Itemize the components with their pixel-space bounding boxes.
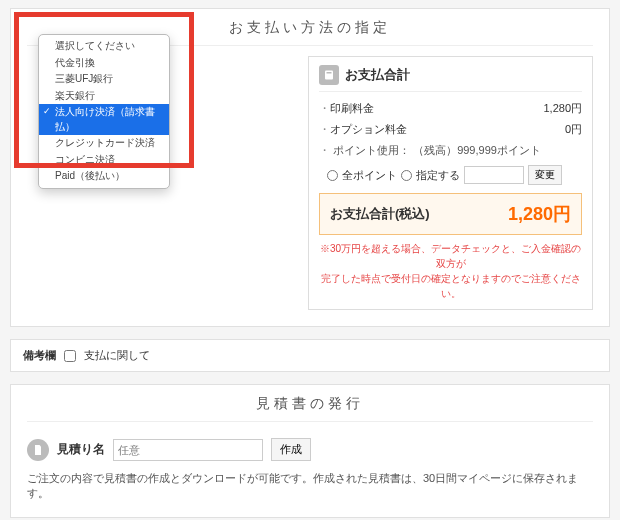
points-radio-all-label: 全ポイント — [342, 168, 397, 183]
dropdown-option[interactable]: 選択してください — [39, 38, 169, 55]
dropdown-option[interactable]: 三菱UFJ銀行 — [39, 71, 169, 88]
grand-total-note: ※30万円を超える場合、データチェックと、ご入金確認の双方が 完了した時点で受付… — [319, 241, 582, 301]
total-row-print: 印刷料金 1,280円 — [319, 98, 582, 119]
quote-panel: 見積書の発行 見積り名 作成 ご注文の内容で見積書の作成とダウンロードが可能です… — [10, 384, 610, 518]
quote-note: ご注文の内容で見積書の作成とダウンロードが可能です。作成された見積書は、30日間… — [27, 471, 593, 501]
svg-rect-0 — [325, 71, 333, 80]
points-radio-specify[interactable] — [401, 170, 412, 181]
payment-total-heading: お支払合計 — [345, 66, 410, 84]
points-radio-specify-label: 指定する — [416, 168, 460, 183]
dropdown-option[interactable]: 代金引換 — [39, 55, 169, 72]
dropdown-option[interactable]: 法人向け決済（請求書払） — [39, 104, 169, 135]
total-row-option: オプション料金 0円 — [319, 119, 582, 140]
remarks-checkbox-label: 支払に関して — [84, 348, 150, 363]
grand-total-box: お支払合計(税込) 1,280円 — [319, 193, 582, 235]
dropdown-option[interactable]: Paid（後払い） — [39, 168, 169, 185]
payment-total-box: お支払合計 印刷料金 1,280円 オプション料金 0円 ポイント使用： （残高… — [308, 56, 593, 310]
quote-name-label: 見積り名 — [57, 441, 105, 458]
points-radio-all[interactable] — [327, 170, 338, 181]
dropdown-option[interactable]: クレジットカード決済 — [39, 135, 169, 152]
remarks-checkbox[interactable] — [64, 350, 76, 362]
dropdown-option[interactable]: 楽天銀行 — [39, 88, 169, 105]
points-input[interactable] — [464, 166, 524, 184]
calculator-icon — [319, 65, 339, 85]
remarks-panel: 備考欄 支払に関して — [10, 339, 610, 372]
quote-title: 見積書の発行 — [11, 385, 609, 417]
dropdown-option[interactable]: コンビニ決済 — [39, 152, 169, 169]
points-change-button[interactable]: 変更 — [528, 165, 562, 185]
document-icon — [27, 439, 49, 461]
quote-make-button[interactable]: 作成 — [271, 438, 311, 461]
quote-name-input[interactable] — [113, 439, 263, 461]
payment-method-dropdown[interactable]: 選択してください代金引換三菱UFJ銀行楽天銀行法人向け決済（請求書払）クレジット… — [38, 34, 170, 189]
remarks-label: 備考欄 — [23, 348, 56, 363]
points-line: ポイント使用： （残高）999,999ポイント — [319, 140, 582, 161]
grand-total-value: 1,280円 — [508, 202, 571, 226]
grand-total-label: お支払合計(税込) — [330, 205, 430, 223]
svg-rect-1 — [327, 72, 332, 74]
